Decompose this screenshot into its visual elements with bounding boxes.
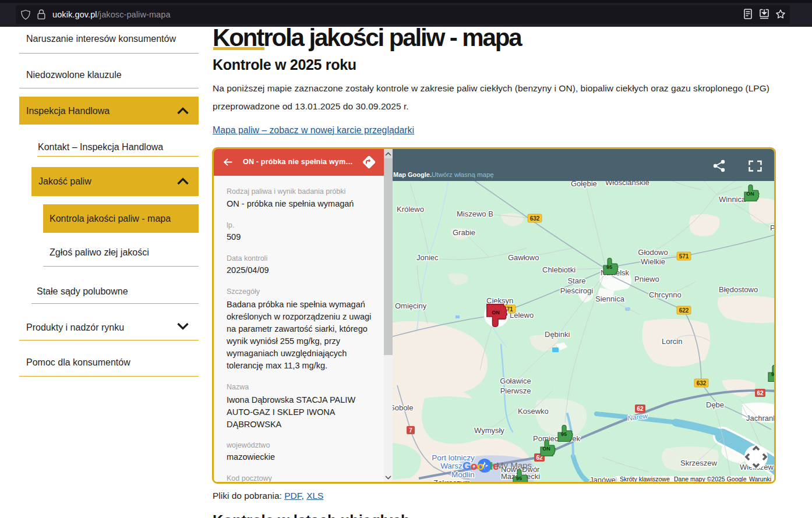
svg-text:Po: Po: [770, 223, 774, 232]
svg-text:622: 622: [679, 307, 689, 314]
svg-text:Błędostowo: Błędostowo: [719, 285, 758, 294]
svg-text:o: o: [471, 460, 477, 472]
svg-text:o: o: [477, 460, 483, 472]
svg-text:Pieścirogi: Pieścirogi: [560, 286, 593, 295]
svg-text:Skrzeszew: Skrzeszew: [680, 459, 717, 467]
svg-text:Sobole: Sobole: [393, 403, 413, 412]
svg-text:ON: ON: [542, 446, 550, 452]
svg-text:Jachranka: Jachranka: [746, 414, 774, 423]
svg-text:Janówek: Janówek: [589, 476, 620, 482]
svg-text:Dębe: Dębe: [706, 400, 724, 409]
svg-text:Pierwsze: Pierwsze: [500, 386, 531, 395]
svg-text:Pomiechówek: Pomiechówek: [533, 434, 580, 443]
svg-text:632: 632: [697, 380, 707, 386]
svg-text:Pniewo: Pniewo: [634, 275, 659, 283]
svg-text:Goławice: Goławice: [500, 377, 531, 385]
svg-text:g: g: [483, 460, 490, 472]
svg-text:Chrcynno: Chrcynno: [649, 290, 682, 299]
svg-text:Warsz: Warsz: [440, 462, 463, 470]
svg-text:Chlebiotki: Chlebiotki: [542, 265, 576, 274]
svg-text:ON: ON: [492, 310, 499, 315]
svg-text:Skróty klawiszowe: Skróty klawiszowe: [620, 476, 670, 482]
svg-text:Utwórz własną mapę: Utwórz własną mapę: [432, 171, 494, 178]
svg-text:Dębinki: Dębinki: [545, 330, 570, 339]
svg-text:Kosewko: Kosewko: [518, 407, 549, 416]
svg-text:Stare: Stare: [567, 276, 585, 285]
svg-text:7: 7: [409, 427, 412, 434]
svg-text:My Maps: My Maps: [496, 460, 532, 470]
svg-text:62: 62: [637, 406, 644, 412]
svg-text:Gawłowo: Gawłowo: [508, 253, 539, 262]
svg-text:Winnica: Winnica: [719, 195, 746, 204]
svg-text:62: 62: [757, 390, 764, 396]
svg-text:Grabie: Grabie: [453, 228, 475, 237]
svg-text:Wymysły: Wymysły: [474, 426, 504, 435]
svg-text:Miszewo B: Miszewo B: [457, 210, 493, 218]
svg-text:95: 95: [516, 476, 522, 481]
svg-text:Warunki: Warunki: [749, 476, 771, 482]
svg-text:571: 571: [679, 253, 689, 260]
svg-text:Głodowo: Głodowo: [638, 248, 668, 257]
svg-text:Lorcin: Lorcin: [662, 337, 682, 346]
svg-text:Wielkie: Wielkie: [641, 257, 665, 266]
svg-text:Królewo: Królewo: [397, 205, 424, 214]
svg-text:95: 95: [606, 264, 612, 270]
svg-text:Map Google.: Map Google.: [393, 171, 432, 178]
svg-text:95: 95: [771, 371, 774, 377]
svg-text:Omięciny: Omięciny: [395, 301, 427, 310]
svg-text:Joniec: Joniec: [416, 253, 439, 262]
svg-text:95: 95: [561, 431, 567, 437]
svg-text:Dane mapy ©2025 Google: Dane mapy ©2025 Google: [674, 476, 747, 482]
svg-text:Siennica: Siennica: [595, 295, 625, 303]
svg-text:G: G: [463, 460, 471, 472]
svg-text:632: 632: [530, 215, 540, 222]
svg-text:ON: ON: [746, 191, 754, 197]
